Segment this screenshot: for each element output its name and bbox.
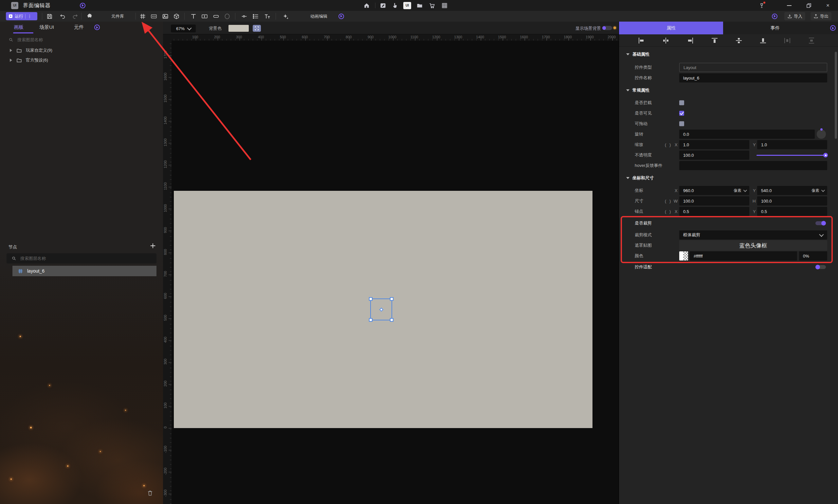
slider-thumb[interactable] xyxy=(823,153,828,158)
clip-mode-dropdown[interactable]: 框体裁剪 xyxy=(679,230,827,239)
trash-icon[interactable] xyxy=(147,490,154,497)
folder-player-custom[interactable]: 玩家自定义(9) xyxy=(0,46,163,55)
intercept-checkbox[interactable] xyxy=(679,101,684,105)
layer-search[interactable] xyxy=(8,35,153,44)
scale-x-input[interactable] xyxy=(679,140,749,149)
control-name-input[interactable] xyxy=(679,73,827,83)
section-general-properties[interactable]: 常规属性 xyxy=(626,86,649,95)
animation-edit-button[interactable]: 动画编辑 xyxy=(310,14,327,19)
align-top-icon[interactable] xyxy=(711,37,718,44)
button-widget-icon[interactable] xyxy=(150,13,157,20)
folder-official-presets[interactable]: 官方预设(6) xyxy=(0,56,163,65)
size-h-input[interactable] xyxy=(757,196,827,205)
title-play-icon[interactable] xyxy=(80,3,86,8)
left-tabs-play-icon[interactable] xyxy=(94,24,100,30)
font-style-icon[interactable] xyxy=(264,13,271,20)
rotation-input[interactable] xyxy=(679,130,815,139)
ui-editor-icon-active[interactable]: UI xyxy=(403,2,411,9)
size-w-input[interactable] xyxy=(679,196,749,205)
align-center-vertical-icon[interactable] xyxy=(735,37,743,44)
distribute-vertical-icon[interactable] xyxy=(807,37,816,44)
resize-handle-sw[interactable] xyxy=(369,318,373,322)
animation-play-icon[interactable] xyxy=(338,14,344,19)
hover-event-input[interactable] xyxy=(679,161,827,170)
scale-y-input[interactable] xyxy=(757,140,827,149)
link-values-icon[interactable]: ( ) xyxy=(665,142,672,147)
unit-dropdown-y[interactable]: 像素 xyxy=(812,188,824,194)
node-row-selected[interactable]: layout_6 xyxy=(13,266,157,276)
image-widget-icon[interactable] xyxy=(162,13,168,20)
distribute-horizontal-icon[interactable] xyxy=(783,37,791,44)
anchor-x-input[interactable] xyxy=(679,207,749,216)
home-icon[interactable] xyxy=(363,2,370,9)
add-node-button[interactable] xyxy=(149,242,157,249)
minimize-button[interactable] xyxy=(787,5,791,6)
align-center-horizontal-icon[interactable] xyxy=(662,37,670,44)
draggable-checkbox[interactable] xyxy=(679,122,684,126)
list-widget-icon[interactable] xyxy=(252,13,259,20)
slider-widget-icon[interactable] xyxy=(241,13,248,20)
widget-adapt-toggle[interactable] xyxy=(816,265,826,269)
layout-widget-icon[interactable] xyxy=(140,13,146,20)
input-widget-icon[interactable] xyxy=(201,13,208,20)
align-left-icon[interactable] xyxy=(637,37,645,44)
section-basic-properties[interactable]: 基础属性 xyxy=(626,50,649,59)
opacity-input[interactable] xyxy=(679,150,749,160)
align-right-icon[interactable] xyxy=(687,37,694,44)
export-button[interactable]: 导出 xyxy=(810,12,832,20)
folder-icon[interactable] xyxy=(416,2,423,9)
plugin-puzzle-icon[interactable] xyxy=(86,13,92,20)
link-values-icon[interactable]: ( ) xyxy=(665,199,672,203)
restore-button[interactable] xyxy=(806,3,811,8)
resize-handle-ne[interactable] xyxy=(390,297,393,301)
node-search[interactable] xyxy=(6,253,157,264)
import-button[interactable]: 导入 xyxy=(784,12,805,20)
close-button[interactable]: × xyxy=(826,2,830,9)
caret-right-icon[interactable] xyxy=(10,58,12,62)
notification-lamp-icon[interactable] xyxy=(759,3,765,8)
component-library-button[interactable]: 元件库 xyxy=(111,14,124,19)
color-swatch[interactable] xyxy=(679,251,688,260)
opacity-slider[interactable] xyxy=(756,155,827,156)
mask-texture-button[interactable]: 蓝色头像框 xyxy=(679,240,827,251)
show-scene-bg-toggle[interactable] xyxy=(602,26,612,30)
node-search-input[interactable] xyxy=(20,256,139,261)
tab-properties[interactable]: 属性 xyxy=(619,22,723,34)
unit-dropdown-x[interactable]: 像素 xyxy=(734,188,746,194)
layer-search-input[interactable] xyxy=(17,37,126,42)
text-widget-icon[interactable] xyxy=(190,13,197,20)
color-percent-input[interactable] xyxy=(799,251,827,260)
anchor-point-handle[interactable] xyxy=(379,307,383,311)
run-button[interactable]: 运行 ⋮ xyxy=(6,12,37,20)
link-values-icon[interactable]: ( ) xyxy=(665,209,672,214)
tab-events[interactable]: 事件 xyxy=(723,22,827,34)
tab-artboard[interactable]: 画板 xyxy=(14,24,23,31)
fit-view-button[interactable] xyxy=(253,25,261,32)
resize-handle-se[interactable] xyxy=(390,318,393,322)
color-hex-input[interactable] xyxy=(690,251,797,260)
control-type-input[interactable] xyxy=(679,63,827,72)
selected-widget[interactable] xyxy=(370,299,392,320)
redo-icon[interactable] xyxy=(72,13,78,19)
shop-cart-icon[interactable] xyxy=(429,2,435,9)
bg-color-swatch[interactable] xyxy=(229,25,249,32)
stage[interactable] xyxy=(174,191,592,428)
section-coords-size[interactable]: 坐标和尺寸 xyxy=(626,174,654,183)
ellipse-widget-icon[interactable] xyxy=(224,13,230,20)
resize-handle-nw[interactable] xyxy=(369,297,373,301)
tab-scene-ui[interactable]: 场景UI xyxy=(39,24,54,31)
caret-right-icon[interactable] xyxy=(10,49,12,52)
rotation-dial[interactable] xyxy=(817,130,826,139)
clip-toggle[interactable] xyxy=(816,221,826,225)
save-icon[interactable] xyxy=(47,13,53,19)
pill-button-widget-icon[interactable] xyxy=(213,13,219,20)
pointer-hand-icon[interactable] xyxy=(392,2,398,9)
model3d-widget-icon[interactable] xyxy=(173,13,180,20)
anchor-y-input[interactable] xyxy=(757,207,827,216)
zoom-dropdown[interactable]: 67% xyxy=(171,24,196,32)
inspector-play-icon[interactable] xyxy=(827,22,838,34)
tab-component[interactable]: 元件 xyxy=(74,24,84,31)
run-options-icon[interactable]: ⋮ xyxy=(28,16,32,17)
visible-checkbox[interactable] xyxy=(679,111,684,116)
table-grid-icon[interactable] xyxy=(441,2,448,9)
